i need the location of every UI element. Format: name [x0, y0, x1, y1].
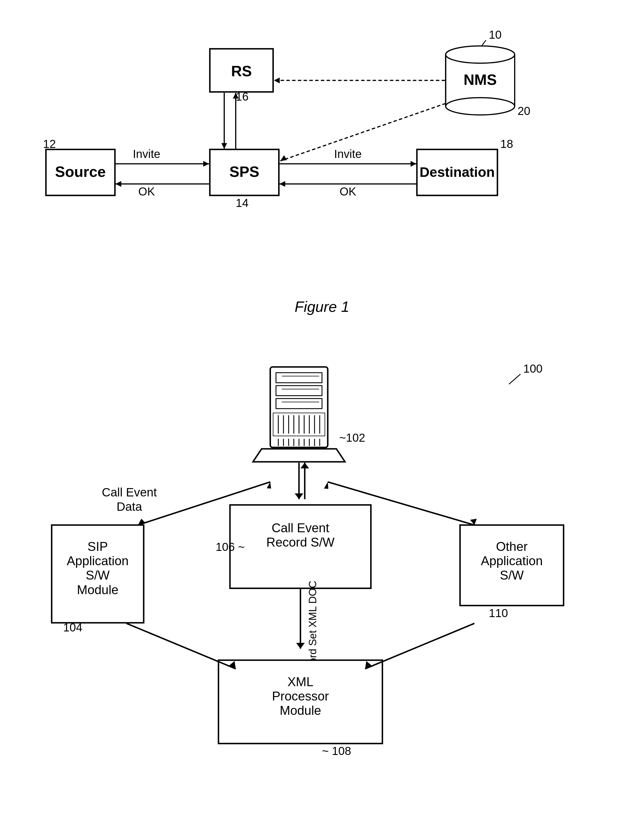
- label-110: 110: [489, 607, 508, 619]
- label-20: 20: [518, 105, 531, 117]
- label-102: ~102: [339, 431, 365, 444]
- xml-line2: Processor: [272, 689, 329, 703]
- ok2-label: OK: [339, 185, 356, 198]
- label-18: 18: [500, 138, 513, 150]
- nms-label: NMS: [464, 71, 497, 88]
- figure2-svg: 100: [34, 344, 610, 816]
- figure1-svg: 10 NMS 20 RS 16 SPS 14 Source: [34, 23, 610, 259]
- sip-line4: Module: [77, 583, 118, 597]
- sip-line1: SIP: [87, 539, 108, 553]
- label-108: ~ 108: [322, 745, 351, 757]
- svg-line-26: [509, 374, 520, 384]
- label-100: 100: [523, 362, 543, 375]
- callev-line2: Record S/W: [266, 535, 334, 549]
- figure1-container: 10 NMS 20 RS 16 SPS 14 Source: [34, 23, 610, 281]
- label-10: 10: [489, 28, 502, 41]
- other-line3: S/W: [500, 568, 524, 582]
- invite2-label: Invite: [334, 148, 362, 160]
- other-line1: Other: [496, 539, 527, 553]
- sip-line2: Application: [67, 554, 129, 568]
- svg-rect-32: [276, 399, 322, 409]
- figure2-container: 100: [34, 344, 610, 816]
- svg-marker-63: [324, 482, 328, 489]
- xml-line3: Module: [279, 703, 321, 717]
- ok1-label: OK: [138, 185, 155, 198]
- page: 10 NMS 20 RS 16 SPS 14 Source: [0, 0, 644, 816]
- sip-line3: S/W: [86, 568, 110, 582]
- label-12: 12: [43, 138, 56, 150]
- svg-point-2: [446, 46, 515, 63]
- sps-label: SPS: [229, 163, 259, 180]
- svg-rect-29: [276, 386, 322, 395]
- svg-marker-15: [411, 161, 416, 167]
- call-event-label: Call Event: [102, 485, 157, 499]
- source-label: Source: [55, 163, 106, 180]
- svg-marker-23: [274, 78, 280, 83]
- svg-rect-28: [276, 373, 322, 383]
- svg-marker-53: [253, 449, 345, 462]
- other-line2: Application: [481, 554, 543, 568]
- label-106: 106 ~: [216, 540, 245, 553]
- svg-marker-57: [301, 462, 309, 468]
- invite1-label: Invite: [133, 148, 160, 160]
- svg-marker-59: [138, 519, 146, 525]
- svg-marker-25: [281, 155, 287, 161]
- svg-marker-55: [295, 493, 304, 499]
- label-104: 104: [63, 621, 82, 634]
- label-16: 16: [236, 90, 248, 103]
- svg-marker-11: [203, 161, 209, 167]
- destination-label: Destination: [420, 164, 495, 180]
- svg-point-3: [446, 98, 515, 115]
- rs-label: RS: [231, 63, 252, 80]
- svg-marker-13: [115, 181, 121, 187]
- figure1-label: Figure 1: [34, 298, 610, 315]
- xml-line1: XML: [287, 675, 313, 689]
- svg-line-70: [126, 623, 236, 669]
- data-label: Data: [117, 500, 143, 513]
- svg-marker-17: [279, 181, 285, 187]
- svg-marker-21: [221, 143, 227, 149]
- label-14: 14: [236, 197, 248, 209]
- svg-line-72: [365, 623, 474, 669]
- svg-marker-68: [296, 643, 305, 649]
- callev-line1: Call Event: [271, 521, 329, 535]
